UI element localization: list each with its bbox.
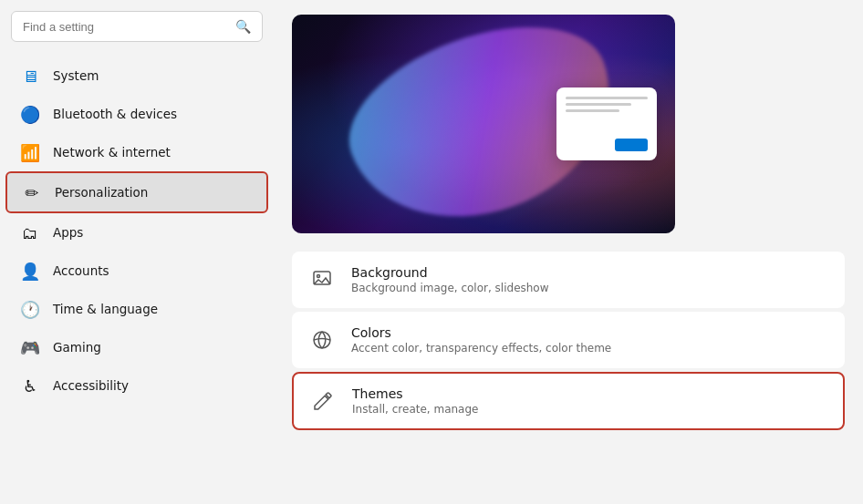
- colors-icon: [307, 325, 337, 355]
- sidebar: 🔍 🖥 System 🔵 Bluetooth & devices 📶 Netwo…: [0, 0, 274, 504]
- dialog-button: [615, 139, 648, 151]
- sidebar-item-personalization[interactable]: ✏️ Personalization: [5, 171, 268, 213]
- sidebar-item-apps[interactable]: 🗂 Apps: [5, 213, 268, 252]
- sidebar-item-label: Accounts: [53, 263, 109, 278]
- accessibility-icon: ♿: [20, 375, 40, 396]
- sidebar-item-label: Gaming: [53, 340, 101, 355]
- background-text: Background Background image, color, slid…: [351, 265, 549, 294]
- accounts-icon: 👤: [20, 261, 40, 281]
- sidebar-item-gaming[interactable]: 🎮 Gaming: [5, 328, 268, 366]
- system-icon: 🖥: [20, 66, 40, 86]
- wallpaper-preview: [292, 15, 675, 233]
- sidebar-item-label: Time & language: [53, 302, 158, 316]
- themes-title: Themes: [352, 386, 478, 401]
- background-title: Background: [351, 265, 549, 280]
- dialog-line-2: [566, 103, 631, 106]
- bluetooth-icon: 🔵: [20, 104, 40, 124]
- sidebar-item-accounts[interactable]: 👤 Accounts: [5, 252, 268, 290]
- dialog-preview: [556, 87, 657, 160]
- colors-subtitle: Accent color, transparency effects, colo…: [351, 342, 611, 355]
- background-icon: [307, 265, 337, 294]
- themes-icon: [308, 386, 338, 416]
- sidebar-item-label: Personalization: [55, 185, 148, 200]
- dialog-line-3: [566, 109, 619, 112]
- search-input[interactable]: [23, 20, 228, 34]
- main-content: Background Background image, color, slid…: [274, 0, 863, 504]
- sidebar-item-network[interactable]: 📶 Network & internet: [5, 133, 268, 171]
- colors-title: Colors: [351, 325, 611, 340]
- apps-icon: 🗂: [20, 222, 40, 242]
- svg-point-1: [317, 275, 320, 278]
- gaming-icon: 🎮: [20, 337, 40, 357]
- sidebar-item-label: Apps: [53, 225, 83, 240]
- sidebar-item-system[interactable]: 🖥 System: [5, 57, 268, 95]
- network-icon: 📶: [20, 142, 40, 162]
- dialog-line-1: [566, 97, 648, 99]
- search-icon: 🔍: [235, 19, 251, 34]
- sidebar-item-label: System: [53, 68, 99, 83]
- sidebar-item-accessibility[interactable]: ♿ Accessibility: [5, 366, 268, 405]
- themes-card[interactable]: Themes Install, create, manage: [292, 372, 845, 430]
- sidebar-item-label: Network & internet: [53, 145, 171, 159]
- search-box[interactable]: 🔍: [11, 11, 263, 42]
- background-subtitle: Background image, color, slideshow: [351, 282, 549, 294]
- sidebar-item-time[interactable]: 🕐 Time & language: [5, 290, 268, 328]
- sidebar-item-label: Accessibility: [53, 378, 129, 393]
- colors-card[interactable]: Colors Accent color, transparency effect…: [292, 312, 845, 368]
- sidebar-item-bluetooth[interactable]: 🔵 Bluetooth & devices: [5, 95, 268, 133]
- colors-text: Colors Accent color, transparency effect…: [351, 325, 611, 355]
- sidebar-item-label: Bluetooth & devices: [53, 107, 177, 121]
- nav-list: 🖥 System 🔵 Bluetooth & devices 📶 Network…: [0, 57, 274, 405]
- themes-text: Themes Install, create, manage: [352, 386, 478, 416]
- themes-subtitle: Install, create, manage: [352, 403, 478, 416]
- background-card[interactable]: Background Background image, color, slid…: [292, 252, 845, 308]
- time-icon: 🕐: [20, 299, 40, 319]
- personalization-icon: ✏️: [22, 182, 42, 202]
